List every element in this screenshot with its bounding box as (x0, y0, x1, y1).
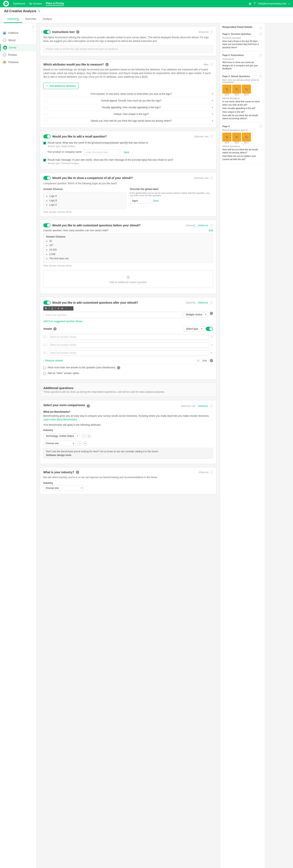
industry-select-1[interactable]: Technology: United States (43, 433, 80, 439)
chevron-down-icon[interactable]: ▾ (289, 3, 290, 5)
chevron-down-icon-2[interactable]: ▾ (212, 106, 213, 109)
industry-select-2[interactable]: Choose one (43, 440, 76, 446)
color-button[interactable]: A (57, 307, 60, 310)
instructions-badge: (Optional) (199, 31, 209, 33)
custom-after-toggle[interactable] (43, 301, 51, 305)
attributes-more-icon[interactable]: ⋯ (210, 63, 213, 66)
custom-before-more-icon[interactable]: ⋯ (210, 224, 213, 227)
sidebar-item-audience[interactable]: 👥 Audience (0, 29, 36, 37)
answer-toggle[interactable] (206, 327, 213, 331)
industry-info-icon[interactable]: i (76, 471, 79, 474)
other-option-checkbox[interactable] (43, 372, 46, 375)
answer-remove-2[interactable]: ✕ (211, 351, 213, 354)
nav-plans-pricing[interactable]: Plans & Pricing (46, 2, 64, 5)
recall-message-checkbox[interactable] (43, 159, 46, 161)
norm-info-icon[interactable]: i (87, 404, 90, 408)
answer-info-icon[interactable]: i (53, 327, 57, 331)
panel-more-icon[interactable]: ⋯ (259, 27, 262, 30)
recall-toggle[interactable] (43, 134, 51, 138)
custom-after-question-input[interactable] (43, 312, 182, 318)
allow-multi-checkbox[interactable] (43, 367, 46, 369)
nav-dashboard[interactable]: Dashboard (13, 2, 25, 5)
sidebar-item-survey[interactable]: 📋 Survey (0, 44, 36, 51)
underline-button[interactable]: U (51, 307, 54, 310)
custom-after-type-select[interactable]: Multiple choice (184, 312, 208, 317)
link-button[interactable]: / (55, 307, 56, 310)
recall-product-input[interactable] (84, 150, 120, 155)
answer-select-0[interactable]: Select an answer choice (48, 334, 209, 340)
comparison-save-link[interactable]: Save (153, 199, 158, 202)
answer-remove-0[interactable]: ✕ (211, 335, 213, 339)
instructions-toggle[interactable] (43, 30, 51, 34)
allow-multi-info[interactable]: i (117, 366, 120, 369)
tab-overview[interactable]: Overview (22, 15, 39, 23)
attributes-info-icon[interactable]: i (106, 63, 109, 66)
bold-button[interactable]: B (45, 307, 48, 310)
nav-my-surveys[interactable]: My Surveys (29, 2, 42, 5)
instructions-placeholder[interactable]: Please help us review the logo design be… (43, 45, 213, 53)
benchmark-link[interactable]: Learn more about Benchmarks (43, 418, 77, 421)
custom-after-more-icon[interactable]: ⋯ (210, 301, 213, 304)
recall-save-link[interactable]: Save (123, 151, 129, 154)
add-custom-question-box[interactable]: ⊕ Add an additional custom question (43, 270, 213, 288)
remove-industry-btn-2[interactable]: − (78, 441, 82, 445)
resize-button[interactable]: ↔ (64, 307, 68, 310)
user-menu[interactable]: holly@surveymonkey.com (258, 2, 286, 5)
comparison-more-icon[interactable]: ⋯ (210, 177, 213, 179)
chevron-down-icon-4[interactable]: ▾ (212, 119, 213, 122)
grid-icon[interactable]: ⊞ (248, 2, 251, 6)
more-formatting-button[interactable]: … (69, 307, 72, 310)
norm-more-icon[interactable]: ⋯ (210, 404, 213, 407)
sidebar-item-checkout[interactable]: 💳 Checkout (0, 59, 36, 66)
answer-select-2[interactable]: Select an answer choice (48, 350, 209, 355)
bulk-button[interactable]: Bulk (201, 359, 209, 363)
answer-remove-1[interactable]: ✕ (211, 343, 213, 346)
chevron-down-icon-3[interactable]: ▾ (212, 113, 213, 116)
instructions-info-icon[interactable]: i (76, 30, 79, 34)
industry-more-icon[interactable]: ⋯ (210, 471, 213, 474)
add-attributes-button[interactable]: ＋ Add additional attributes (43, 83, 79, 89)
answer-select-1[interactable]: Select an answer choice (48, 342, 209, 347)
rp-page-3-icon[interactable]: ⋯ (259, 75, 262, 78)
suggested-library-link[interactable]: Add from suggested question library (43, 320, 213, 323)
recall-header-right: (Optional, max ⋯ (194, 135, 213, 138)
select-type-select[interactable]: Select type (184, 326, 204, 332)
attribute-item-3[interactable]: ⋮⋮ Unique: How unique is the logo? ▾ (43, 111, 213, 118)
sidebar-item-stimuli[interactable]: 🖼 Stimuli (0, 37, 36, 44)
sidebar-info-icon[interactable]: i (32, 26, 35, 28)
edit-icon[interactable]: ✎ (38, 9, 40, 13)
comparison-toggle[interactable] (43, 176, 51, 180)
rp-page-4-icon[interactable]: ⋯ (259, 125, 262, 128)
help-icon[interactable]: ? (254, 2, 256, 5)
attribute-item-2[interactable]: ⋮⋮ Visually appealing: How visually appe… (43, 104, 213, 111)
recall-more-icon[interactable]: ⋯ (210, 135, 213, 138)
bulk-add-icon[interactable]: ⊕ (197, 359, 200, 362)
instructions-more-icon[interactable]: ⋯ (210, 31, 213, 33)
tab-authoring[interactable]: Authoring (4, 15, 22, 23)
bulk-info-icon[interactable]: i (210, 359, 213, 362)
custom-after-q-info[interactable]: i (210, 312, 213, 315)
chevron-down-icon-1[interactable]: ▾ (212, 99, 213, 102)
recall-name-checkbox[interactable] (43, 142, 46, 145)
comparison-override-input[interactable] (130, 198, 150, 204)
chevron-down-icon-0[interactable]: ▾ (212, 93, 213, 95)
custom-before-edit-link[interactable]: Edit (209, 229, 213, 232)
attribute-item-1[interactable]: ⋮⋮ Overall appeal: Overall, how much do … (43, 97, 213, 104)
logo[interactable] (3, 1, 9, 6)
table-button[interactable]: ⊞ (61, 307, 64, 310)
sidebar-item-preview[interactable]: 👁 Preview (0, 51, 36, 59)
add-industry-btn-1[interactable]: + (87, 434, 91, 438)
rp-page-4-stimuli-label: Stimuli Questions (223, 145, 262, 148)
reverse-answer-button[interactable]: ↕ Reverse answer (43, 359, 63, 362)
tab-analyze[interactable]: Analyze (39, 15, 55, 23)
rp-page-2-icon[interactable]: ⋯ (259, 54, 262, 57)
custom-before-toggle[interactable] (43, 223, 51, 227)
remove-industry-btn-1[interactable]: − (82, 434, 86, 438)
industry-choose-select[interactable]: Choose one (43, 485, 84, 491)
benchmark-text: Benchmarking gives you an easy way to co… (43, 414, 213, 422)
italic-button[interactable]: I (48, 307, 50, 310)
add-industry-btn-2[interactable]: + (83, 441, 87, 445)
attribute-item-0[interactable]: ⋮⋮ First reaction: In one word, what com… (43, 91, 213, 97)
attribute-item-4[interactable]: ⋮⋮ Stands out: How well do you think thi… (43, 118, 213, 124)
rp-page-1-icon[interactable]: ⋯ (259, 33, 262, 35)
